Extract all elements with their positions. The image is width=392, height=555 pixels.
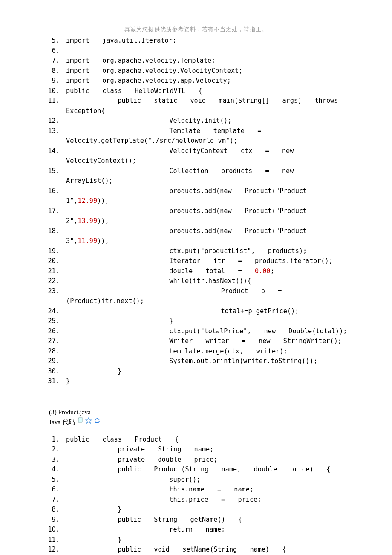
code-line: products.add(new Product("Product 3",11.… xyxy=(66,226,349,246)
code-line: ctx.put("totalPrice", new Double(total))… xyxy=(66,327,349,337)
copy-icon[interactable] xyxy=(77,417,84,427)
code-line: ctx.put("productList", products); xyxy=(66,246,349,257)
page: 真诚为您提供优质参考资料，若有不当之处，请指正。 import java.uti… xyxy=(0,0,392,555)
code-line: } xyxy=(66,376,349,387)
code-list-2: public class Product { private String na… xyxy=(49,435,349,555)
code-line: public class HelloWorldVTL { xyxy=(66,86,349,96)
code-block-2: public class Product { private String na… xyxy=(0,435,392,555)
code-line: super(); xyxy=(66,475,349,485)
code-line: template.merge(ctx, writer); xyxy=(66,347,349,357)
code-block-1: import java.util.Iterator; import org.ap… xyxy=(0,36,392,387)
code-line: total+=p.getPrice(); xyxy=(66,306,349,317)
code-line: } xyxy=(66,535,349,545)
code-line: Product p = (Product)itr.next(); xyxy=(66,286,349,306)
code-line: public String getName() { xyxy=(66,515,349,525)
star-icon[interactable] xyxy=(85,417,92,427)
svg-marker-3 xyxy=(98,418,100,420)
section-3: (3) Product.java Java 代码 xyxy=(0,407,392,427)
code-line: import org.apache.velocity.VelocityConte… xyxy=(66,66,349,76)
code-line: double total = 0.00; xyxy=(66,266,349,277)
code-line: } xyxy=(66,316,349,327)
code-line: import org.apache.velocity.Template; xyxy=(66,56,349,66)
refresh-icon[interactable] xyxy=(94,417,101,427)
code-line: public class Product { xyxy=(66,435,349,445)
code-line: public void setName(String name) { xyxy=(66,545,349,555)
code-line: } xyxy=(66,367,349,377)
code-line: Velocity.init(); xyxy=(66,116,349,126)
code-line: } xyxy=(66,505,349,515)
code-line: public Product(String name, double price… xyxy=(66,465,349,475)
code-line: Template template = Velocity.getTemplate… xyxy=(66,126,349,146)
code-line: this.name = name; xyxy=(66,485,349,495)
code-line: products.add(new Product("Product 2",13.… xyxy=(66,206,349,226)
code-line: Collection products = new ArrayList(); xyxy=(66,166,349,186)
svg-marker-2 xyxy=(86,418,92,423)
code-line: import org.apache.velocity.app.Velocity; xyxy=(66,76,349,86)
code-line: Writer writer = new StringWriter(); xyxy=(66,336,349,347)
code-line: System.out.println(writer.toString()); xyxy=(66,356,349,367)
code-line: return name; xyxy=(66,525,349,535)
code-line: private double price; xyxy=(66,455,349,465)
code-line xyxy=(66,46,349,56)
code-line: private String name; xyxy=(66,445,349,455)
code-line: import java.util.Iterator; xyxy=(66,36,349,46)
code-line: VelocityContext ctx = new VelocityContex… xyxy=(66,146,349,166)
code-line: Iterator itr = products.iterator(); xyxy=(66,256,349,266)
java-code-label: Java 代码 xyxy=(49,417,75,427)
code-list-1: import java.util.Iterator; import org.ap… xyxy=(49,36,349,387)
code-line: products.add(new Product("Product 1",12.… xyxy=(66,186,349,206)
section-title: (3) Product.java xyxy=(49,407,349,417)
code-line: public static void main(String[] args) t… xyxy=(66,96,349,116)
java-code-label-line: Java 代码 xyxy=(49,417,349,427)
code-line: this.price = price; xyxy=(66,495,349,505)
code-line: while(itr.hasNext()){ xyxy=(66,276,349,286)
svg-rect-1 xyxy=(79,418,82,422)
header-note: 真诚为您提供优质参考资料，若有不当之处，请指正。 xyxy=(0,26,392,33)
